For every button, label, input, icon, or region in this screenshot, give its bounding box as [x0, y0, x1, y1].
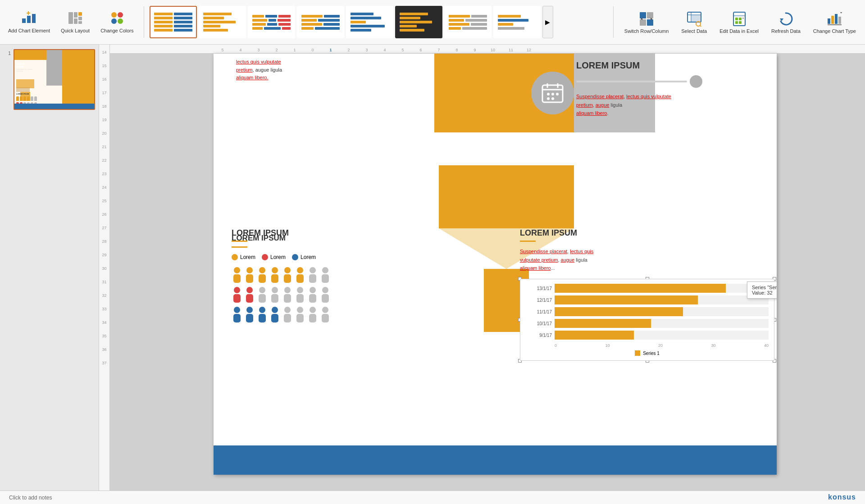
legend-dot-3: [292, 254, 298, 260]
chart-thumb-7[interactable]: [444, 6, 492, 38]
notes-text[interactable]: Click to add notes: [9, 495, 52, 501]
refresh-data-label: Refresh Data: [771, 28, 801, 34]
legend-item-1: Lorem: [232, 254, 255, 260]
svg-rect-0: [22, 18, 26, 23]
top-right-section: LOREM IPSUM Suspendisse placerat, lectus…: [434, 54, 777, 180]
edit-data-icon: [731, 11, 747, 27]
slide-number: 1: [4, 49, 11, 56]
add-chart-element-icon: [21, 10, 37, 26]
svg-point-48: [234, 267, 240, 273]
quick-layout-button[interactable]: Quick Layout: [56, 7, 94, 36]
svg-marker-38: [840, 12, 842, 14]
svg-point-78: [322, 287, 328, 293]
chart-legend-square: [635, 350, 640, 356]
chart-row-2: 12/1/17: [526, 295, 769, 304]
person-icon: [307, 306, 318, 322]
main-area: 1 LOREM IPSUM Lorem ipsum dolor sit amet…: [0, 45, 865, 490]
chart-bar-bg-5: [555, 331, 769, 340]
left-title-container: LOREM IPSUM: [232, 228, 289, 245]
person-icon: [295, 286, 305, 303]
svg-rect-87: [271, 314, 278, 322]
svg-point-46: [547, 97, 550, 100]
person-icon: [307, 286, 318, 303]
svg-rect-63: [322, 274, 329, 283]
change-colors-icon: [109, 10, 125, 26]
svg-rect-22: [691, 15, 701, 22]
chart-thumb-4[interactable]: [297, 6, 344, 38]
chart-thumb-8[interactable]: [493, 6, 541, 38]
edit-data-button[interactable]: Edit Data in Excel: [714, 8, 764, 36]
svg-point-76: [310, 287, 316, 293]
svg-rect-29: [735, 21, 738, 24]
svg-rect-17: [640, 19, 646, 26]
konsus-brand: konsus: [828, 493, 856, 501]
svg-rect-5: [68, 12, 73, 24]
switch-row-column-button[interactable]: Switch Row/Column: [619, 8, 674, 36]
svg-point-45: [556, 93, 559, 95]
person-icon: [282, 306, 293, 322]
select-data-button[interactable]: Select Data: [676, 8, 712, 36]
change-chart-type-button[interactable]: Change Chart Type: [808, 8, 861, 36]
chart-series-label: Series 1: [643, 351, 660, 356]
right-content-section: LOREM IPSUM Suspendisse placerat, lectus…: [520, 228, 774, 361]
svg-rect-73: [284, 294, 291, 303]
select-data-icon: [686, 11, 702, 27]
chart-thumbnails-container: ▶: [150, 6, 608, 38]
calendar-icon-circle: [531, 72, 574, 114]
slide-title-block: LOREM IPSUM Suspendisse placerat, lectus…: [576, 60, 702, 118]
svg-point-11: [111, 12, 117, 18]
svg-rect-91: [296, 314, 304, 322]
top-text-line3: aliquam libero.: [236, 75, 269, 80]
person-icon: [295, 306, 305, 322]
right-title-bar: [520, 241, 536, 242]
people-row-3: [232, 306, 376, 322]
svg-point-74: [297, 287, 303, 293]
funnel-top-rect: [439, 165, 574, 228]
svg-rect-35: [835, 14, 838, 24]
person-icon: [295, 267, 305, 283]
chart-thumb-2[interactable]: [199, 6, 246, 38]
svg-rect-65: [233, 294, 241, 303]
slide-preview[interactable]: LOREM IPSUM Lorem ipsum dolor sit amet c…: [14, 49, 95, 110]
add-chart-element-button[interactable]: Add Chart Element: [4, 7, 55, 36]
change-chart-type-icon: [826, 11, 842, 27]
svg-point-54: [272, 267, 278, 273]
svg-point-56: [284, 267, 291, 273]
svg-point-60: [310, 267, 316, 273]
chart-thumb-3[interactable]: [248, 6, 295, 38]
chart-bar-4: [555, 319, 651, 328]
person-icon: [269, 286, 280, 303]
title-slider: [576, 75, 702, 88]
chart-thumb-1[interactable]: [150, 6, 197, 38]
svg-rect-77: [309, 294, 316, 303]
svg-rect-83: [246, 314, 253, 322]
refresh-data-button[interactable]: Refresh Data: [766, 8, 806, 36]
person-icon: [320, 286, 331, 303]
chart-thumb-5[interactable]: [346, 6, 393, 38]
svg-rect-61: [309, 274, 316, 283]
ruler-left: 14 15 16 17 18 19 20 21 22 23 24 25 26 2…: [99, 45, 110, 490]
svg-rect-81: [233, 314, 241, 322]
svg-line-24: [700, 26, 701, 27]
svg-rect-1: [27, 16, 31, 23]
chart-legend: Lorem Lorem Lorem: [232, 254, 376, 260]
chart-toolbar: Add Chart Element Quick Layout Cha: [0, 0, 865, 45]
chart-bar-bg-3: [555, 307, 769, 316]
svg-point-12: [118, 12, 123, 18]
svg-point-68: [259, 287, 265, 293]
change-colors-button[interactable]: Change Colors: [96, 7, 138, 36]
svg-rect-79: [322, 294, 329, 303]
chart-thumb-6[interactable]: [395, 6, 442, 38]
left-title-underline: [232, 246, 247, 248]
refresh-data-icon: [778, 11, 794, 27]
right-main-title: LOREM IPSUM: [520, 228, 774, 238]
svg-rect-89: [284, 314, 291, 322]
scroll-thumbnails-button[interactable]: ▶: [542, 6, 553, 38]
svg-rect-28: [739, 18, 742, 20]
svg-point-50: [246, 267, 253, 273]
chart-label-4: 10/1/17: [526, 321, 552, 326]
ruler-top: 5 4 3 2 1 0 1 2 3 4 5 6 7 8 9 10 11 12: [99, 45, 865, 54]
right-description: Suspendisse placerat, lectus quis vulput…: [520, 247, 774, 272]
switch-row-column-icon: [638, 11, 655, 27]
switch-row-column-label: Switch Row/Column: [624, 28, 669, 34]
